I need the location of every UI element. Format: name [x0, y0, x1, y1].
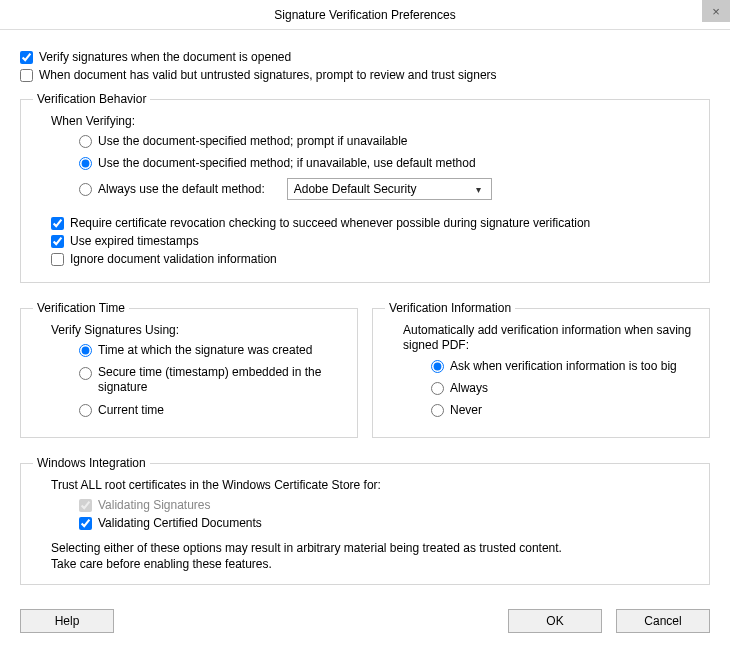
verification-info-group: Verification Information Automatically a…	[372, 301, 710, 438]
note-line-2: Take care before enabling these features…	[51, 556, 697, 572]
close-button[interactable]: ×	[702, 0, 730, 22]
trust-root-label: Trust ALL root certificates in the Windo…	[51, 478, 697, 492]
window-title: Signature Verification Preferences	[274, 8, 455, 22]
method-radio-prompt-label: Use the document-specified method; promp…	[98, 134, 408, 148]
ignore-validation-checkbox[interactable]	[51, 253, 64, 266]
validating-docs-checkbox[interactable]	[79, 517, 92, 530]
default-method-value: Adobe Default Security	[294, 182, 417, 196]
verification-behavior-legend: Verification Behavior	[33, 92, 150, 106]
button-bar: Help OK Cancel	[0, 603, 730, 645]
validating-sigs-checkbox	[79, 499, 92, 512]
time-option-3: Current time	[79, 403, 345, 417]
method-radio-always-default-label: Always use the default method:	[98, 182, 265, 196]
validating-docs-row: Validating Certified Documents	[79, 516, 697, 530]
info-option-2: Always	[431, 381, 697, 395]
info-radio-always-label: Always	[450, 381, 488, 395]
validating-sigs-label: Validating Signatures	[98, 498, 211, 512]
method-option-3: Always use the default method: Adobe Def…	[79, 178, 697, 200]
ignore-validation-label: Ignore document validation information	[70, 252, 277, 266]
info-radio-always[interactable]	[431, 382, 444, 395]
info-radio-never-label: Never	[450, 403, 482, 417]
method-radio-always-default[interactable]	[79, 183, 92, 196]
use-expired-ts-checkbox[interactable]	[51, 235, 64, 248]
time-radio-current[interactable]	[79, 404, 92, 417]
use-expired-ts-label: Use expired timestamps	[70, 234, 199, 248]
windows-integration-legend: Windows Integration	[33, 456, 150, 470]
verify-on-open-checkbox[interactable]	[20, 51, 33, 64]
time-radio-secure-label: Secure time (timestamp) embedded in the …	[98, 365, 345, 395]
info-option-1: Ask when verification information is too…	[431, 359, 697, 373]
windows-integration-note: Selecting either of these options may re…	[51, 540, 697, 572]
use-expired-ts-row: Use expired timestamps	[51, 234, 697, 248]
require-revocation-row: Require certificate revocation checking …	[51, 216, 697, 230]
time-option-1: Time at which the signature was created	[79, 343, 345, 357]
info-radio-ask-label: Ask when verification information is too…	[450, 359, 677, 373]
verification-time-legend: Verification Time	[33, 301, 129, 315]
validating-docs-label: Validating Certified Documents	[98, 516, 262, 530]
validating-sigs-row: Validating Signatures	[79, 498, 697, 512]
prompt-untrusted-label: When document has valid but untrusted si…	[39, 68, 497, 82]
method-radio-default-label: Use the document-specified method; if un…	[98, 156, 476, 170]
note-line-1: Selecting either of these options may re…	[51, 540, 697, 556]
verify-on-open-label: Verify signatures when the document is o…	[39, 50, 291, 64]
info-radio-ask[interactable]	[431, 360, 444, 373]
chevron-down-icon: ▾	[471, 184, 487, 195]
time-radio-created[interactable]	[79, 344, 92, 357]
dialog-content: Verify signatures when the document is o…	[0, 30, 730, 603]
time-radio-created-label: Time at which the signature was created	[98, 343, 312, 357]
cancel-button[interactable]: Cancel	[616, 609, 710, 633]
method-radio-prompt[interactable]	[79, 135, 92, 148]
ok-button[interactable]: OK	[508, 609, 602, 633]
verification-behavior-group: Verification Behavior When Verifying: Us…	[20, 92, 710, 283]
time-radio-secure[interactable]	[79, 367, 92, 380]
verification-time-group: Verification Time Verify Signatures Usin…	[20, 301, 358, 438]
verify-on-open-row: Verify signatures when the document is o…	[20, 50, 710, 64]
require-revocation-checkbox[interactable]	[51, 217, 64, 230]
time-option-2: Secure time (timestamp) embedded in the …	[79, 365, 345, 395]
ok-button-label: OK	[546, 614, 563, 628]
titlebar: Signature Verification Preferences ×	[0, 0, 730, 30]
when-verifying-label: When Verifying:	[51, 114, 697, 128]
info-option-3: Never	[431, 403, 697, 417]
help-button-label: Help	[55, 614, 80, 628]
auto-add-info-label: Automatically add verification informati…	[403, 323, 697, 353]
cancel-button-label: Cancel	[644, 614, 681, 628]
method-option-1: Use the document-specified method; promp…	[79, 134, 697, 148]
ignore-validation-row: Ignore document validation information	[51, 252, 697, 266]
method-option-2: Use the document-specified method; if un…	[79, 156, 697, 170]
prompt-untrusted-row: When document has valid but untrusted si…	[20, 68, 710, 82]
verification-info-legend: Verification Information	[385, 301, 515, 315]
require-revocation-label: Require certificate revocation checking …	[70, 216, 590, 230]
info-radio-never[interactable]	[431, 404, 444, 417]
windows-integration-group: Windows Integration Trust ALL root certi…	[20, 456, 710, 585]
default-method-select[interactable]: Adobe Default Security ▾	[287, 178, 492, 200]
time-radio-current-label: Current time	[98, 403, 164, 417]
method-radio-default[interactable]	[79, 157, 92, 170]
close-icon: ×	[712, 4, 720, 19]
verify-using-label: Verify Signatures Using:	[51, 323, 345, 337]
prompt-untrusted-checkbox[interactable]	[20, 69, 33, 82]
help-button[interactable]: Help	[20, 609, 114, 633]
